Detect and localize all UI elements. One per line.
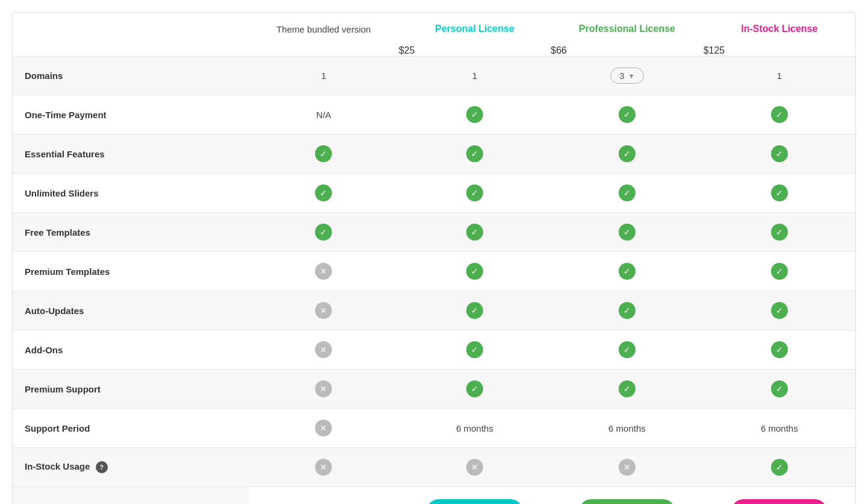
buy-now-personal-button[interactable]: BUY NOW [426,499,522,504]
personal-cell: ✓ [399,370,551,409]
feature-name: Add-Ons [13,330,249,370]
personal-header: Personal License [399,13,551,45]
table-row: Add-Ons✕✓✓✓ [13,330,855,370]
check-icon: ✓ [619,106,635,123]
empty-price [13,45,249,57]
instock-cell: 6 months [704,409,855,448]
x-icon: ✕ [315,302,332,319]
x-icon: ✕ [315,341,332,358]
check-icon: ✓ [771,224,788,241]
chevron-down-icon: ▼ [628,72,635,80]
instock-cell: ✓ [704,330,855,370]
instock-cell: 1 [704,57,855,95]
theme-cell: 1 [249,57,399,95]
instock-cell: ✓ [704,213,855,252]
buy-now-instock-button[interactable]: BUY NOW [731,499,827,504]
professional-cell: 6 months [551,409,703,448]
price-row: $25 $66 $125 [13,45,855,57]
x-icon: ✕ [315,459,332,476]
check-icon: ✓ [771,184,788,201]
theme-cell: ✓ [249,213,399,252]
feature-name: One-Time Payment [13,95,249,134]
table-row: One-Time PaymentN/A✓✓✓ [13,95,855,134]
personal-cell: ✓ [399,330,551,370]
table-row: Essential Features✓✓✓✓ [13,134,855,174]
theme-cell: ✕ [249,448,399,487]
instock-cell: ✓ [704,252,855,291]
domain-badge[interactable]: 3 ▼ [610,68,643,84]
x-icon: ✕ [619,459,635,476]
footer-empty2 [249,487,399,505]
feature-name: Domains [13,57,249,95]
header-row: Theme bundled version Personal License P… [13,13,855,45]
theme-cell: N/A [249,95,399,134]
professional-cell: ✓ [551,213,703,252]
theme-cell: ✕ [249,291,399,330]
theme-cell: ✓ [249,174,399,213]
check-icon: ✓ [466,302,483,319]
table-row: Domains113 ▼1 [13,57,855,95]
professional-cell: ✓ [551,95,703,134]
personal-cell: ✓ [399,134,551,174]
check-icon: ✓ [771,459,788,476]
check-icon: ✓ [466,106,483,123]
check-icon: ✓ [619,224,635,241]
support-period-professional: 6 months [608,423,646,433]
check-icon: ✓ [771,263,788,280]
check-icon: ✓ [619,184,635,201]
table-row: In-Stock Usage ?✕✕✕✓ [13,448,855,487]
footer-empty1 [13,487,249,505]
theme-header: Theme bundled version [249,13,399,45]
personal-cell: ✕ [399,448,551,487]
instock-header: In-Stock License [704,13,855,45]
check-icon: ✓ [771,302,788,319]
theme-cell: ✕ [249,330,399,370]
feature-name: Essential Features [13,134,249,174]
check-icon: ✓ [315,184,332,201]
feature-name: Free Templates [13,213,249,252]
instock-cell: ✓ [704,174,855,213]
instock-cell: ✓ [704,291,855,330]
theme-price [249,45,399,57]
x-icon: ✕ [315,380,332,397]
footer-personal: BUY NOW [399,487,551,505]
personal-cell: ✓ [399,291,551,330]
personal-cell: 6 months [399,409,551,448]
professional-cell: ✓ [551,252,703,291]
instock-cell: ✓ [704,448,855,487]
professional-cell: ✓ [551,330,703,370]
personal-cell: ✓ [399,95,551,134]
professional-cell: 3 ▼ [551,57,703,95]
help-icon[interactable]: ? [96,461,108,473]
footer-row: BUY NOW BUY NOW BUY NOW [13,487,855,505]
check-icon: ✓ [466,184,483,201]
feature-name: Support Period [13,409,249,448]
check-icon: ✓ [771,145,788,162]
feature-name: Auto-Updates [13,291,249,330]
check-icon: ✓ [466,380,483,397]
check-icon: ✓ [466,224,483,241]
personal-cell: ✓ [399,174,551,213]
check-icon: ✓ [619,380,635,397]
professional-cell: ✓ [551,291,703,330]
check-icon: ✓ [466,263,483,280]
feature-name: Premium Support [13,370,249,409]
table-row: Free Templates✓✓✓✓ [13,213,855,252]
check-icon: ✓ [771,106,788,123]
instock-cell: ✓ [704,134,855,174]
theme-cell: ✓ [249,134,399,174]
check-icon: ✓ [466,341,483,358]
buy-now-professional-button[interactable]: BUY NOW [579,499,675,504]
feature-name: Unlimited Sliders [13,174,249,213]
table-row: Unlimited Sliders✓✓✓✓ [13,174,855,213]
check-icon: ✓ [771,380,788,397]
personal-price: $25 [399,45,551,57]
personal-cell: 1 [399,57,551,95]
check-icon: ✓ [619,302,635,319]
personal-cell: ✓ [399,252,551,291]
x-icon: ✕ [315,263,332,280]
table-row: Premium Support✕✓✓✓ [13,370,855,409]
empty-header [13,13,249,45]
professional-price: $66 [551,45,703,57]
table-row: Premium Templates✕✓✓✓ [13,252,855,291]
